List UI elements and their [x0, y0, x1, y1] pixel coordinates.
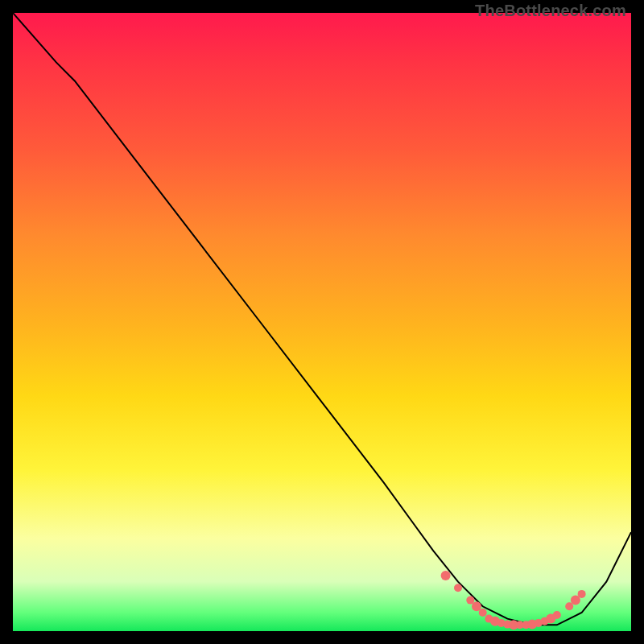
highlight-dot — [479, 609, 487, 617]
chart-svg — [13, 13, 631, 631]
highlight-dot — [454, 584, 462, 592]
highlight-dot — [553, 611, 561, 619]
chart-stage: TheBottleneck.com — [0, 0, 644, 644]
highlight-dot — [441, 571, 451, 580]
plot-area — [13, 13, 631, 631]
curve-path — [13, 13, 631, 625]
watermark-text: TheBottleneck.com — [475, 2, 626, 20]
bottleneck-curve-line — [13, 13, 631, 625]
highlight-dot — [578, 590, 586, 598]
